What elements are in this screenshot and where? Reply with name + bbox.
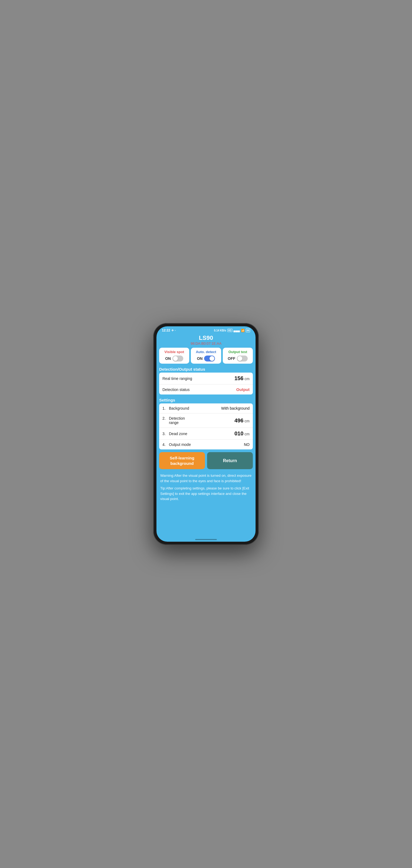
realtime-ranging-row: Real time ranging 156 cm xyxy=(159,373,253,384)
device-mac: 98:DA:B0:07:1E:AA xyxy=(156,341,256,345)
settings-background-value: With background xyxy=(221,406,249,410)
hd-badge: HD xyxy=(227,329,233,332)
detection-status-label: Detection status xyxy=(163,388,189,392)
phone-shell: 12:22 ✈ · 0.14 KB/s HD ▄▄▄ 📶 88 LS90 98:… xyxy=(153,323,259,545)
wifi-icon: 📶 xyxy=(241,329,245,332)
settings-dead-zone-left: 3. Dead zone xyxy=(163,432,187,436)
settings-detection-range-number: 496 xyxy=(234,417,243,424)
realtime-ranging-label: Real time ranging xyxy=(163,376,192,381)
realtime-ranging-unit: cm xyxy=(244,377,249,381)
visible-spot-card: Visible spot ON xyxy=(159,348,189,364)
output-test-knob xyxy=(237,356,242,361)
output-test-toggle[interactable] xyxy=(237,355,248,362)
detection-status-row: Detection status Output xyxy=(159,384,253,395)
settings-output-mode-left: 4. Output mode xyxy=(163,442,191,447)
header: LS90 98:DA:B0:07:1E:AA xyxy=(156,333,256,348)
settings-section-label: Settings xyxy=(156,397,256,403)
settings-dead-zone-name: Dead zone xyxy=(169,432,187,436)
warning-section: Warning:After the visual point is turned… xyxy=(156,472,256,539)
status-time: 12:22 xyxy=(162,329,170,332)
device-title: LS90 xyxy=(156,334,256,341)
auto-detect-title: Auto. detect xyxy=(196,350,216,354)
output-test-label: OFF xyxy=(228,356,235,361)
return-button[interactable]: Return xyxy=(207,452,253,469)
auto-detect-knob xyxy=(209,356,214,361)
warning-text: Warning:After the visual point is turned… xyxy=(160,473,252,484)
visible-spot-toggle-row: ON xyxy=(165,355,183,362)
auto-detect-label: ON xyxy=(197,356,203,361)
self-learning-button[interactable]: Self-learningbackground xyxy=(159,452,205,469)
toggle-cards-row: Visible spot ON Auto. detect ON xyxy=(156,348,256,366)
settings-dead-zone-row[interactable]: 3. Dead zone 010 cm xyxy=(159,428,253,440)
settings-output-mode-value: NO xyxy=(244,442,249,447)
visible-spot-label: ON xyxy=(165,356,171,361)
auto-detect-toggle-row: ON xyxy=(197,355,215,362)
signal-icon: ▄▄▄ xyxy=(234,329,240,332)
settings-dead-zone-num: 3. xyxy=(163,432,167,436)
network-speed: 0.14 KB/s xyxy=(214,329,226,332)
phone-screen: 12:22 ✈ · 0.14 KB/s HD ▄▄▄ 📶 88 LS90 98:… xyxy=(156,326,256,542)
settings-output-mode-row[interactable]: 4. Output mode NO xyxy=(159,440,253,450)
settings-output-mode-name: Output mode xyxy=(169,442,191,447)
settings-dead-zone-value: 010 cm xyxy=(234,431,249,437)
action-buttons-row: Self-learningbackground Return xyxy=(156,452,256,472)
settings-table: 1. Background With background 2. Detecti… xyxy=(159,403,253,450)
settings-background-left: 1. Background xyxy=(163,406,189,410)
output-test-toggle-row: OFF xyxy=(228,355,248,362)
settings-background-num: 1. xyxy=(163,406,167,410)
status-left: 12:22 ✈ · xyxy=(162,329,176,332)
settings-background-name: Background xyxy=(169,406,189,410)
settings-dead-zone-unit: cm xyxy=(244,432,249,436)
home-bar xyxy=(195,539,217,540)
settings-detection-range-unit: cm xyxy=(244,419,249,423)
visible-spot-toggle[interactable] xyxy=(172,355,183,362)
location-icon: ✈ xyxy=(171,329,174,332)
settings-dead-zone-number: 010 xyxy=(234,431,243,437)
realtime-ranging-number: 156 xyxy=(234,375,243,381)
detection-status-value: Output xyxy=(236,387,249,392)
settings-detection-range-left: 2. Detectionrange xyxy=(163,416,185,425)
visible-spot-knob xyxy=(173,356,178,361)
detection-table: Real time ranging 156 cm Detection statu… xyxy=(159,373,253,395)
settings-detection-range-num: 2. xyxy=(163,416,167,421)
status-dot: · xyxy=(175,329,176,332)
settings-detection-range-value: 496 cm xyxy=(234,417,249,424)
realtime-ranging-value: 156 cm xyxy=(234,375,249,381)
battery-level: 88 xyxy=(246,329,249,332)
settings-background-row[interactable]: 1. Background With background xyxy=(159,403,253,413)
visible-spot-title: Visible spot xyxy=(164,350,184,354)
home-indicator xyxy=(156,539,256,542)
detection-section-label: Detection/Output status xyxy=(156,366,256,373)
output-test-card: Output test OFF xyxy=(223,348,253,364)
status-right: 0.14 KB/s HD ▄▄▄ 📶 88 xyxy=(214,329,250,332)
tip-text: Tip:After completing settings, please be… xyxy=(160,486,252,502)
output-test-title: Output test xyxy=(229,350,247,354)
battery-icon: 88 xyxy=(246,329,250,332)
auto-detect-card: Auto. detect ON xyxy=(191,348,221,364)
settings-detection-range-row[interactable]: 2. Detectionrange 496 cm xyxy=(159,413,253,428)
settings-detection-range-name: Detectionrange xyxy=(169,416,185,425)
settings-output-mode-num: 4. xyxy=(163,442,167,447)
status-bar: 12:22 ✈ · 0.14 KB/s HD ▄▄▄ 📶 88 xyxy=(156,326,256,333)
auto-detect-toggle[interactable] xyxy=(204,355,215,362)
